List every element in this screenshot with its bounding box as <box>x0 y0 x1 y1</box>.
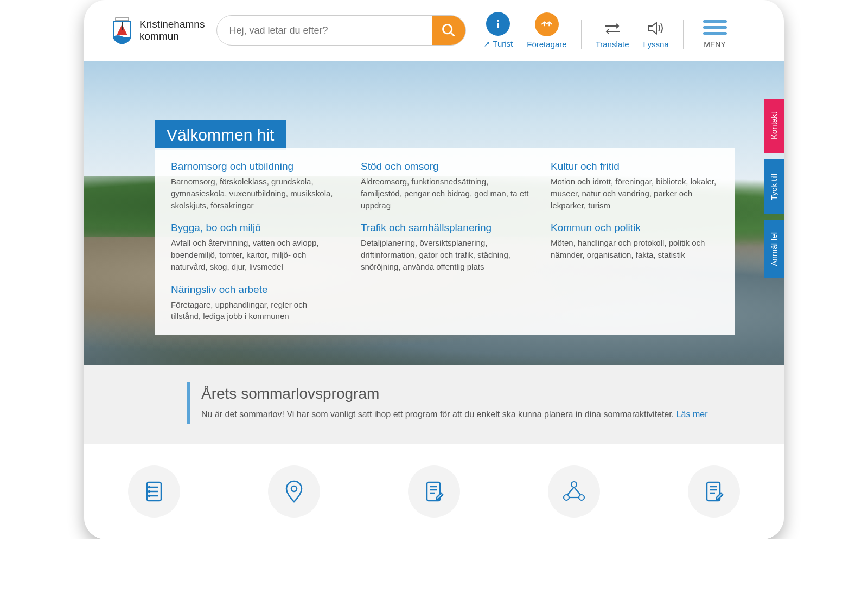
category-title[interactable]: Bygga, bo och miljö <box>171 222 339 234</box>
logo-text: Kristinehamns kommun <box>139 18 205 42</box>
page-frame: Kristinehamns kommun ↗ Turist <box>84 0 784 539</box>
header-divider <box>581 20 582 49</box>
document-edit-icon <box>408 465 460 518</box>
category-desc: Detaljplanering, översiktsplanering, dri… <box>361 237 529 272</box>
people-network-icon <box>548 465 600 518</box>
quick-link-4[interactable] <box>548 465 600 518</box>
svg-point-12 <box>149 491 150 492</box>
hero: Välkommen hit Barnomsorg och utbildning … <box>84 61 784 365</box>
checklist-icon <box>128 465 180 518</box>
speaker-icon <box>645 20 667 36</box>
side-tab-tyck-till[interactable]: Tyck till <box>764 159 784 214</box>
svg-point-15 <box>291 486 297 491</box>
category-naringsliv[interactable]: Näringsliv och arbete Företagare, upphan… <box>171 284 339 323</box>
category-desc: Barnomsorg, förskoleklass, grundskola, g… <box>171 176 339 211</box>
svg-rect-0 <box>122 22 123 30</box>
search-box <box>216 15 466 46</box>
category-desc: Avfall och återvinning, vatten och avlop… <box>171 237 339 272</box>
link-translate[interactable]: Translate <box>596 20 629 49</box>
quick-link-5[interactable] <box>688 465 740 518</box>
menu-label: MENY <box>704 40 725 49</box>
svg-point-2 <box>443 25 452 34</box>
link-foretagare[interactable]: Företagare <box>527 12 566 49</box>
svg-point-22 <box>579 495 584 500</box>
external-link-icon: ↗ <box>483 39 493 48</box>
search-icon <box>441 23 456 38</box>
category-barnomsorg[interactable]: Barnomsorg och utbildning Barnomsorg, fö… <box>171 161 339 211</box>
category-title[interactable]: Näringsliv och arbete <box>171 284 339 296</box>
document-edit-icon <box>688 465 740 518</box>
category-stod[interactable]: Stöd och omsorg Äldreomsorg, funktionsne… <box>361 161 529 211</box>
category-title[interactable]: Kultur och fritid <box>551 161 719 173</box>
info-icon <box>486 12 510 36</box>
category-desc: Företagare, upphandlingar, regler och ti… <box>171 299 339 323</box>
quick-links <box>84 444 784 539</box>
svg-rect-1 <box>116 18 129 21</box>
svg-line-3 <box>451 33 455 36</box>
category-kultur[interactable]: Kultur och fritid Motion och idrott, för… <box>551 161 719 211</box>
svg-rect-5 <box>497 23 499 28</box>
logo-line2: kommun <box>139 30 205 42</box>
svg-point-4 <box>497 20 499 22</box>
search-input[interactable] <box>217 16 432 45</box>
promo-section: Årets sommarlovsprogram Nu är det sommar… <box>84 365 784 444</box>
quick-link-1[interactable] <box>128 465 180 518</box>
promo-body: Nu är det sommarlov! Vi har som vanligt … <box>201 408 719 421</box>
translate-label: Translate <box>596 40 629 49</box>
category-title[interactable]: Barnomsorg och utbildning <box>171 161 339 173</box>
search-button[interactable] <box>432 16 465 45</box>
hamburger-icon <box>703 20 727 35</box>
svg-line-23 <box>567 487 574 495</box>
svg-point-14 <box>149 495 150 496</box>
promo-read-more-link[interactable]: Läs mer <box>676 410 708 419</box>
category-desc: Möten, handlingar och protokoll, politik… <box>551 237 719 261</box>
header-links: ↗ Turist Företagare Translate <box>483 12 726 49</box>
svg-line-24 <box>574 487 580 495</box>
handshake-icon <box>535 12 559 36</box>
promo-title: Årets sommarlovsprogram <box>201 385 719 403</box>
foretagare-label: Företagare <box>527 40 566 49</box>
side-tabs: Kontakt Tyck till Anmäl fel <box>764 99 784 278</box>
svg-point-21 <box>564 495 569 500</box>
category-title[interactable]: Stöd och omsorg <box>361 161 529 173</box>
promo-body-text: Nu är det sommarlov! Vi har som vanligt … <box>201 410 676 419</box>
category-desc: Motion och idrott, föreningar, bibliotek… <box>551 176 719 211</box>
category-kommun[interactable]: Kommun och politik Möten, handlingar och… <box>551 222 719 272</box>
quick-link-3[interactable] <box>408 465 460 518</box>
category-trafik[interactable]: Trafik och samhällsplanering Detaljplane… <box>361 222 529 272</box>
logo-line1: Kristinehamns <box>139 18 205 30</box>
welcome-banner: Välkommen hit <box>155 120 286 150</box>
category-title[interactable]: Kommun och politik <box>551 222 719 234</box>
side-tab-anmal-fel[interactable]: Anmäl fel <box>764 220 784 278</box>
location-pin-icon <box>268 465 320 518</box>
site-header: Kristinehamns kommun ↗ Turist <box>84 0 784 61</box>
header-divider-2 <box>683 20 684 49</box>
category-panel: Barnomsorg och utbildning Barnomsorg, fö… <box>155 148 735 335</box>
category-desc: Äldreomsorg, funktionsnedsättning, famil… <box>361 176 529 211</box>
category-title[interactable]: Trafik och samhällsplanering <box>361 222 529 234</box>
svg-point-20 <box>571 482 577 487</box>
logo-shield-icon <box>111 17 133 44</box>
promo-inner: Årets sommarlovsprogram Nu är det sommar… <box>187 382 730 424</box>
menu-button[interactable]: MENY <box>703 20 727 49</box>
svg-point-10 <box>149 487 150 488</box>
side-tab-kontakt[interactable]: Kontakt <box>764 99 784 153</box>
translate-icon <box>602 20 623 36</box>
quick-link-2[interactable] <box>268 465 320 518</box>
link-lyssna[interactable]: Lyssna <box>643 20 669 49</box>
site-logo[interactable]: Kristinehamns kommun <box>111 17 205 44</box>
lyssna-label: Lyssna <box>643 40 669 49</box>
link-turist[interactable]: ↗ Turist <box>483 12 513 49</box>
category-bygga[interactable]: Bygga, bo och miljö Avfall och återvinni… <box>171 222 339 272</box>
turist-label: ↗ Turist <box>483 39 513 49</box>
